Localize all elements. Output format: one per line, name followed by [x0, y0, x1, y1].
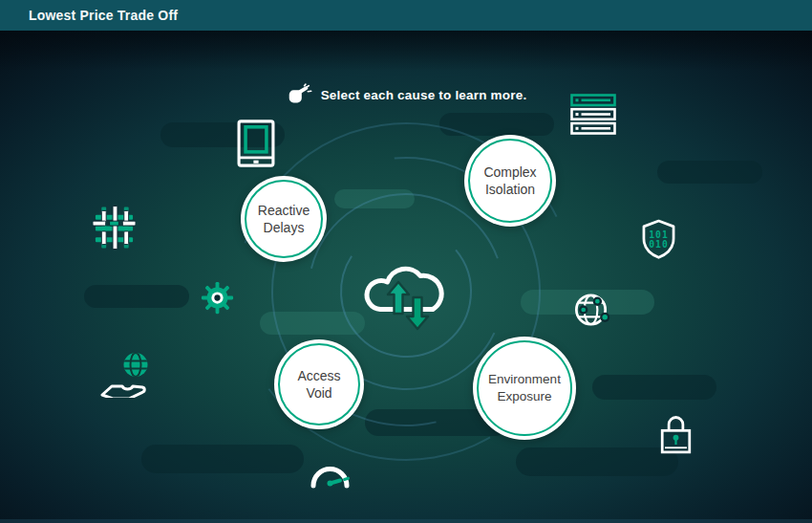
cause-label: Access Void: [274, 367, 364, 402]
header-bar: Lowest Price Trade Off: [0, 0, 812, 31]
instruction-text: Select each cause to learn more.: [321, 88, 527, 102]
lesson-screen: Lowest Price Trade Off Select each c: [0, 0, 812, 523]
mesh-fabric-icon: [93, 206, 136, 250]
binary-shield-icon: 101 010: [642, 218, 675, 260]
bg-pill: [84, 285, 189, 308]
cause-label: Environment Exposure: [473, 371, 576, 404]
globe-in-hand-icon: [99, 352, 155, 398]
globe-network-icon: [570, 289, 613, 332]
gauge-icon: [308, 454, 353, 490]
bg-pill: [657, 161, 762, 184]
click-hand-icon: [286, 83, 312, 106]
bottom-edge: [0, 519, 812, 523]
cause-label: Reactive Delays: [241, 202, 327, 236]
cloud-upload-download-icon: [357, 251, 449, 335]
cause-label: Complex Isolation: [464, 163, 556, 198]
page-title: Lowest Price Trade Off: [29, 8, 178, 23]
cause-button-complex-isolation[interactable]: Complex Isolation: [464, 135, 556, 227]
cause-button-reactive-delays[interactable]: Reactive Delays: [241, 176, 327, 262]
padlock-icon: [659, 411, 693, 457]
instruction-row: Select each cause to learn more.: [0, 83, 812, 106]
cause-button-environment-exposure[interactable]: Environment Exposure: [473, 337, 576, 440]
bg-pill: [592, 375, 716, 400]
gear-icon: [201, 280, 234, 316]
tablet-icon: [237, 120, 275, 167]
cause-button-access-void[interactable]: Access Void: [274, 339, 364, 429]
shield-binary-line2: 010: [649, 239, 668, 250]
